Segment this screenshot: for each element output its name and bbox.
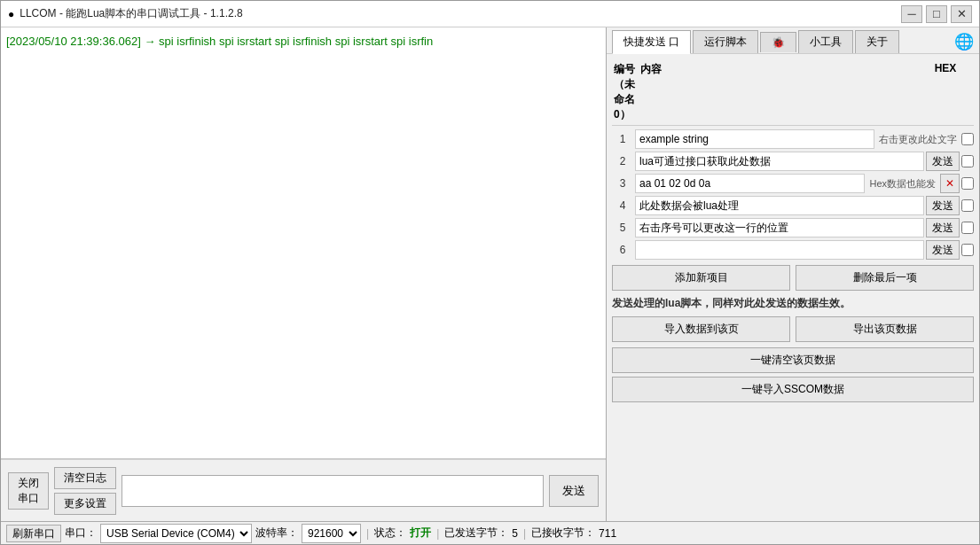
row-x-btn-3[interactable]: ✕ <box>940 174 960 193</box>
col-hex: HEX <box>919 62 972 122</box>
sent-value: 5 <box>512 527 518 540</box>
row-input-5[interactable] <box>635 218 924 237</box>
log-area: [2023/05/10 21:39:36.062] → spi isrfinis… <box>1 27 606 459</box>
table-row: 1 右击更改此处文字 <box>612 129 974 149</box>
port-select[interactable]: USB Serial Device (COM4) <box>100 524 252 543</box>
main-window: ● LLCOM - 能跑Lua脚本的串口调试工具 - 1.1.2.8 ─ □ ✕… <box>0 0 980 545</box>
row-input-2[interactable] <box>635 152 924 171</box>
col-content: 内容 <box>640 62 780 122</box>
log-text: [2023/05/10 21:39:36.062] → spi isrfinis… <box>6 33 600 51</box>
row-hex-6[interactable] <box>961 244 974 256</box>
row-send-btn-4[interactable]: 发送 <box>926 196 960 215</box>
right-tabs: 快捷发送 口 运行脚本 🐞 小工具 关于 🌐 <box>607 27 979 54</box>
add-item-button[interactable]: 添加新项目 <box>612 265 790 291</box>
refresh-port-button[interactable]: 刷新串口 <box>6 525 61 542</box>
sep3: | <box>523 527 526 540</box>
row-label-1: 右击更改此处文字 <box>876 133 960 146</box>
recv-label: 已接收字节： <box>531 526 595 541</box>
info-text: 发送处理的lua脚本，同样对此处发送的数据生效。 <box>612 296 974 311</box>
utility-btn-group: 清空日志 更多设置 <box>54 467 116 515</box>
col-num: 编号（未命名0） <box>614 62 640 122</box>
right-panel: 快捷发送 口 运行脚本 🐞 小工具 关于 🌐 编号（未命名0） 内容 HEX 1 <box>607 27 979 521</box>
clear-log-button[interactable]: 清空日志 <box>54 467 116 489</box>
del-last-button[interactable]: 删除最后一项 <box>796 265 974 291</box>
sent-label: 已发送字节： <box>444 526 508 541</box>
restore-button[interactable]: □ <box>926 5 947 23</box>
row-input-1[interactable] <box>635 129 874 149</box>
window-title: LLCOM - 能跑Lua脚本的串口调试工具 - 1.1.2.8 <box>20 6 242 21</box>
table-row: 4 发送 <box>612 196 974 215</box>
tab-debug[interactable]: 🐞 <box>760 32 796 52</box>
row-input-4[interactable] <box>635 196 924 215</box>
port-label: 串口： <box>65 526 97 541</box>
baud-select[interactable]: 921600 <box>302 524 361 543</box>
title-bar-left: ● LLCOM - 能跑Lua脚本的串口调试工具 - 1.1.2.8 <box>8 6 243 21</box>
send-button[interactable]: 发送 <box>549 475 599 507</box>
row-num-4: 4 <box>612 199 633 212</box>
row-send-btn-6[interactable]: 发送 <box>926 240 960 260</box>
row-num-3: 3 <box>612 177 633 190</box>
row-hex-1[interactable] <box>961 133 974 145</box>
action-row: 添加新项目 删除最后一项 <box>612 265 974 291</box>
row-input-3[interactable] <box>635 174 865 193</box>
row-num-5: 5 <box>612 222 633 234</box>
row-send-btn-5[interactable]: 发送 <box>926 218 960 237</box>
export-button[interactable]: 导出该页数据 <box>796 316 974 342</box>
sep1: | <box>366 527 369 540</box>
row-hex-3[interactable] <box>961 177 974 190</box>
main-area: [2023/05/10 21:39:36.062] → spi isrfinis… <box>1 27 979 521</box>
tab-quick-send[interactable]: 快捷发送 口 <box>612 30 691 54</box>
more-settings-button[interactable]: 更多设置 <box>54 493 116 515</box>
title-bar-controls: ─ □ ✕ <box>901 5 972 23</box>
clear-page-button[interactable]: 一键清空该页数据 <box>612 347 974 373</box>
row-label-3: Hex数据也能发 <box>866 177 938 191</box>
bottom-bar: 关闭 串口 清空日志 更多设置 发送 <box>1 459 606 521</box>
import-export-row: 导入数据到该页 导出该页数据 <box>612 316 974 342</box>
baud-label: 波特率： <box>255 526 298 541</box>
row-num-6: 6 <box>612 244 633 256</box>
row-input-6[interactable] <box>635 240 924 260</box>
state-value: 打开 <box>410 526 431 541</box>
send-input[interactable] <box>122 475 544 507</box>
language-button[interactable]: 🌐 <box>954 32 974 51</box>
row-num-2: 2 <box>612 155 633 167</box>
app-icon: ● <box>8 8 14 20</box>
table-header: 编号（未命名0） 内容 HEX <box>612 59 974 126</box>
table-row: 3 Hex数据也能发 ✕ <box>612 174 974 193</box>
tab-tools[interactable]: 小工具 <box>798 30 853 53</box>
right-content: 编号（未命名0） 内容 HEX 1 右击更改此处文字 2 发送 <box>607 54 979 521</box>
left-panel: [2023/05/10 21:39:36.062] → spi isrfinis… <box>1 27 607 521</box>
port-btn-group: 关闭 串口 <box>8 472 49 510</box>
table-row: 5 发送 <box>612 218 974 237</box>
row-hex-5[interactable] <box>961 222 974 234</box>
status-bar: 刷新串口 串口： USB Serial Device (COM4) 波特率： 9… <box>1 521 979 544</box>
tab-run-script[interactable]: 运行脚本 <box>693 30 758 53</box>
table-row: 2 发送 <box>612 152 974 171</box>
minimize-button[interactable]: ─ <box>901 5 922 23</box>
import-button[interactable]: 导入数据到该页 <box>612 316 790 342</box>
close-button[interactable]: ✕ <box>951 5 972 23</box>
table-row: 6 发送 <box>612 240 974 260</box>
sep2: | <box>436 527 439 540</box>
import-sscom-button[interactable]: 一键导入SSCOM数据 <box>612 377 974 402</box>
row-hex-4[interactable] <box>961 199 974 212</box>
title-bar: ● LLCOM - 能跑Lua脚本的串口调试工具 - 1.1.2.8 ─ □ ✕ <box>1 1 979 27</box>
row-hex-2[interactable] <box>961 155 974 167</box>
row-num-1: 1 <box>612 133 633 145</box>
tab-about[interactable]: 关于 <box>855 30 899 53</box>
state-label: 状态： <box>374 526 406 541</box>
close-port-button[interactable]: 关闭 串口 <box>8 472 49 510</box>
recv-value: 711 <box>599 527 616 540</box>
row-send-btn-2[interactable]: 发送 <box>926 152 960 171</box>
